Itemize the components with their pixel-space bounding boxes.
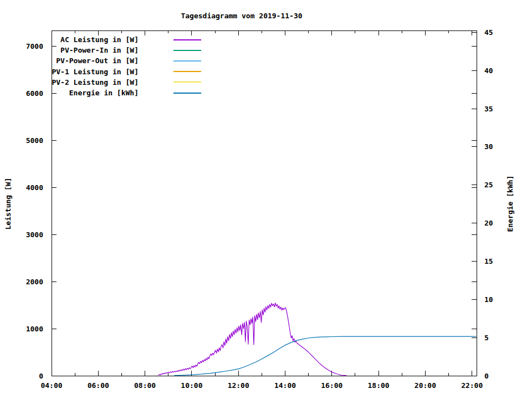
y2-tick-label: 10 <box>484 295 493 304</box>
y1-tick-label: 0 <box>39 372 43 380</box>
legend-item: PV-2 Leistung in [W] <box>0 77 201 88</box>
legend-item: AC Leistung in [W] <box>0 34 201 45</box>
legend-item: PV-Power-Out in [W] <box>0 55 201 66</box>
x-tick-label: 20:00 <box>415 381 436 390</box>
legend-line-sample <box>173 93 201 94</box>
legend-item: Energie in [kWh] <box>0 88 201 98</box>
x-tick-label: 12:00 <box>228 381 249 390</box>
legend-line-sample <box>173 81 201 83</box>
y2-tick-label: 15 <box>484 257 493 265</box>
legend-line-sample <box>173 60 201 62</box>
y1-tick-label: 3000 <box>26 231 43 239</box>
x-tick-label: 16:00 <box>321 381 342 390</box>
y2-tick-label: 35 <box>484 105 493 113</box>
y2-tick-label: 40 <box>484 66 493 75</box>
legend-line-sample <box>173 71 201 72</box>
y2-tick-label: 45 <box>484 28 493 37</box>
daily-diagram-chart: Tagesdiagramm vom 2019-11-30 Leistung [W… <box>0 0 532 399</box>
y1-tick-label: 4000 <box>26 183 43 192</box>
y2-tick-label: 0 <box>484 372 489 380</box>
legend-line-sample <box>173 50 201 51</box>
legend-label: Energie in [kWh] <box>0 89 139 97</box>
legend-item: PV-Power-In in [W] <box>0 45 201 55</box>
legend-label: PV-Power-Out in [W] <box>0 57 139 65</box>
y2-tick-label: 20 <box>484 219 493 227</box>
y2-tick-label: 25 <box>484 181 493 189</box>
x-tick-label: 22:00 <box>461 381 483 390</box>
x-tick-label: 08:00 <box>134 381 156 390</box>
legend: AC Leistung in [W]PV-Power-In in [W]PV-P… <box>0 34 201 98</box>
y2-tick-label: 5 <box>484 334 489 342</box>
legend-label: AC Leistung in [W] <box>0 35 139 44</box>
y1-tick-label: 5000 <box>26 136 43 145</box>
legend-label: PV-2 Leistung in [W] <box>0 78 139 86</box>
x-tick-label: 14:00 <box>274 381 296 390</box>
x-tick-label: 06:00 <box>88 381 109 390</box>
y2-tick-label: 30 <box>484 142 493 151</box>
legend-line-sample <box>173 39 201 40</box>
x-tick-label: 18:00 <box>368 381 390 390</box>
legend-item: PV-1 Leistung in [W] <box>0 66 201 77</box>
legend-label: PV-Power-In in [W] <box>0 46 139 54</box>
x-tick-label: 04:00 <box>40 381 62 390</box>
legend-label: PV-1 Leistung in [W] <box>0 68 139 76</box>
y1-tick-label: 2000 <box>26 278 43 286</box>
x-tick-label: 10:00 <box>181 381 202 390</box>
series-line-ac-leistung-in-w- <box>158 303 347 376</box>
series-line-energie-in-kwh- <box>174 336 476 376</box>
y1-tick-label: 1000 <box>26 325 43 333</box>
